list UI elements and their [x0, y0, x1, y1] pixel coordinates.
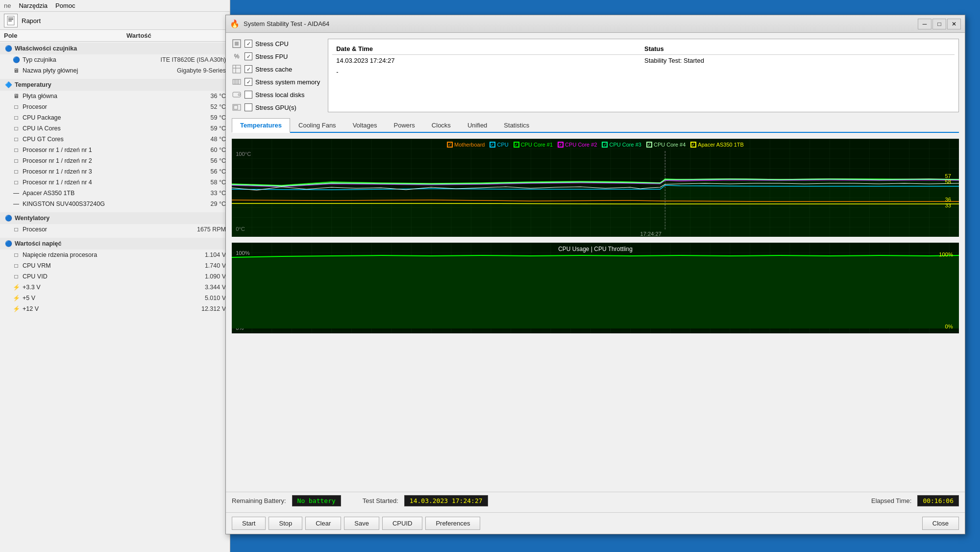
tree-cpu-package[interactable]: □ CPU Package 59 °C	[0, 112, 230, 123]
close-window-button[interactable]: ✕	[947, 19, 961, 29]
stop-button[interactable]: Stop	[269, 517, 302, 530]
legend-apacer: ✓ Apacer AS350 1TB	[690, 142, 744, 148]
top-section: ✓ Stress CPU % ✓ Stress FPU ✓ Stress cac…	[232, 39, 959, 112]
stress-gpu-label: Stress GPU(s)	[255, 104, 296, 111]
status-datetime-1: 14.03.2023 17:24:27	[332, 55, 640, 67]
tree-rdzen-4[interactable]: □ Procesor nr 1 / rdzeń nr 4 58 °C	[0, 177, 230, 188]
plyta-glowna-temp: 36 °C	[177, 93, 226, 100]
col-status: Status	[640, 43, 955, 55]
graph-legend: ✓ Motherboard ✓ CPU ✓ CPU Core #1 ✓ CPU …	[447, 142, 744, 148]
tab-statistics[interactable]: Statistics	[495, 118, 538, 133]
stress-checkboxes: ✓ Stress CPU % ✓ Stress FPU ✓ Stress cac…	[232, 39, 320, 112]
minimize-button[interactable]: ─	[918, 19, 931, 29]
temperature-graph: ✓ Motherboard ✓ CPU ✓ CPU Core #1 ✓ CPU …	[232, 139, 959, 237]
status-table: Date & Time Status 14.03.2023 17:24:27 S…	[332, 43, 955, 77]
tree-apacer[interactable]: — Apacer AS350 1TB 33 °C	[0, 188, 230, 199]
stress-memory-checkbox[interactable]: ✓	[245, 78, 252, 86]
cpu-package-label: CPU Package	[23, 114, 177, 121]
tree-plyta-glowna-name[interactable]: 🖥 Nazwa płyty głównej Gigabyte 9-Series	[0, 65, 230, 76]
rdzen2-label: Procesor nr 1 / rdzeń nr 2	[23, 157, 177, 164]
tree-rdzen-3[interactable]: □ Procesor nr 1 / rdzeń nr 3 56 °C	[0, 166, 230, 177]
tree-cpu-gt-cores[interactable]: □ CPU GT Cores 48 °C	[0, 134, 230, 145]
stress-fpu-row[interactable]: % ✓ Stress FPU	[232, 51, 320, 61]
v12-value: 12.312 V	[177, 305, 226, 312]
legend-motherboard-label: Motherboard	[454, 142, 485, 148]
tree-cpu-vrm[interactable]: □ CPU VRM 1.740 V	[0, 260, 230, 271]
stress-cache-checkbox[interactable]: ✓	[245, 65, 252, 73]
save-button[interactable]: Save	[344, 517, 379, 530]
tab-powers[interactable]: Powers	[386, 118, 423, 133]
tab-temperatures[interactable]: Temperatures	[232, 118, 290, 133]
section-sensor-props[interactable]: 🔵 Właściwości czujnika	[0, 43, 230, 54]
legend-core3: ✓ CPU Core #3	[602, 142, 641, 148]
clear-button[interactable]: Clear	[305, 517, 341, 530]
stress-gpu-icon	[232, 102, 242, 112]
section-temperatury-label: Temperatury	[15, 81, 226, 88]
menu-ne[interactable]: ne	[4, 2, 11, 9]
stress-gpu-checkbox[interactable]	[245, 103, 252, 111]
tree-plyta-glowna[interactable]: 🖥 Płyta główna 36 °C	[0, 91, 230, 101]
stress-disks-row[interactable]: Stress local disks	[232, 90, 320, 100]
report-icon[interactable]	[4, 14, 18, 27]
menu-narzedzia[interactable]: Narzędzia	[19, 2, 48, 9]
section-napiecia[interactable]: 🔵 Wartości napięć	[0, 238, 230, 250]
tree-rdzen-1[interactable]: □ Procesor nr 1 / rdzeń nr 1 60 °C	[0, 145, 230, 155]
napiecie-rdzenia-label: Napięcie rdzenia procesora	[23, 251, 177, 258]
svg-text:100%: 100%	[939, 251, 953, 257]
tree-cpu-vid[interactable]: □ CPU VID 1.090 V	[0, 271, 230, 282]
close-button[interactable]: Close	[922, 517, 959, 530]
left-content: 🔵 Właściwości czujnika 🔵 Typ czujnika IT…	[0, 42, 230, 552]
stress-memory-icon	[232, 77, 242, 87]
stress-cpu-row[interactable]: ✓ Stress CPU	[232, 39, 320, 49]
tree-12v[interactable]: ⚡ +12 V 12.312 V	[0, 303, 230, 314]
tree-napiecie-rdzenia[interactable]: □ Napięcie rdzenia procesora 1.104 V	[0, 250, 230, 260]
start-button[interactable]: Start	[232, 517, 266, 530]
apacer-icon: —	[12, 189, 21, 198]
legend-motherboard: ✓ Motherboard	[447, 142, 485, 148]
stress-cpu-checkbox[interactable]: ✓	[245, 40, 252, 48]
stress-gpu-row[interactable]: Stress GPU(s)	[232, 102, 320, 112]
legend-core4: ✓ CPU Core #4	[646, 142, 686, 148]
tree-cpu-ia-cores[interactable]: □ CPU IA Cores 59 °C	[0, 123, 230, 134]
legend-cpu-check: ✓	[490, 142, 495, 148]
stress-memory-row[interactable]: ✓ Stress system memory	[232, 77, 320, 87]
cpuid-button[interactable]: CPUID	[382, 517, 422, 530]
tab-clocks[interactable]: Clocks	[423, 118, 459, 133]
v5-label: +5 V	[23, 295, 177, 301]
maximize-button[interactable]: □	[932, 19, 946, 29]
stress-cache-row[interactable]: ✓ Stress cache	[232, 64, 320, 74]
status-text-2	[640, 66, 955, 77]
status-area: Date & Time Status 14.03.2023 17:24:27 S…	[328, 39, 959, 112]
rdzen3-temp: 56 °C	[177, 168, 226, 175]
tree-33v[interactable]: ⚡ +3.3 V 3.344 V	[0, 282, 230, 293]
stress-disks-checkbox[interactable]	[245, 91, 252, 99]
tree-procesor[interactable]: □ Procesor 52 °C	[0, 101, 230, 112]
menu-pomoc[interactable]: Pomoc	[55, 2, 75, 9]
action-buttons: Start Stop Clear Save CPUID Preferences …	[226, 512, 965, 534]
section-wentylatory[interactable]: 🔵 Wentylatory	[0, 212, 230, 224]
elapsed-value: 00:16:06	[917, 495, 959, 506]
stress-fpu-checkbox[interactable]: ✓	[245, 52, 252, 60]
stress-cpu-label: Stress CPU	[255, 40, 289, 48]
svg-text:58: 58	[945, 179, 951, 185]
tree-kingston[interactable]: — KINGSTON SUV400S37240G 29 °C	[0, 199, 230, 209]
svg-text:33: 33	[945, 202, 951, 208]
stress-cache-label: Stress cache	[255, 66, 292, 73]
tree-rdzen-2[interactable]: □ Procesor nr 1 / rdzeń nr 2 56 °C	[0, 155, 230, 166]
tab-unified[interactable]: Unified	[459, 118, 495, 133]
tree-fan-procesor[interactable]: □ Procesor 1675 RPM	[0, 224, 230, 235]
legend-apacer-check: ✓	[690, 142, 696, 148]
preferences-button[interactable]: Preferences	[425, 517, 480, 530]
section-temperatury[interactable]: 🔷 Temperatury	[0, 79, 230, 91]
col-pole: Pole	[4, 32, 126, 39]
tab-voltages[interactable]: Voltages	[344, 118, 386, 133]
tree-5v[interactable]: ⚡ +5 V 5.010 V	[0, 293, 230, 303]
left-menubar: ne Narzędzia Pomoc	[0, 0, 230, 12]
col-wartosc: Wartość	[126, 32, 226, 39]
stress-disks-icon	[232, 90, 242, 100]
napiecie-rdzenia-icon: □	[12, 251, 21, 259]
procesor-label: Procesor	[23, 103, 177, 110]
tab-cooling-fans[interactable]: Cooling Fans	[290, 118, 344, 133]
plyta-glowna-name-label: Nazwa płyty głównej	[23, 67, 177, 74]
tree-typ-czujnika[interactable]: 🔵 Typ czujnika ITE IT8620E (ISA A30h)	[0, 54, 230, 65]
